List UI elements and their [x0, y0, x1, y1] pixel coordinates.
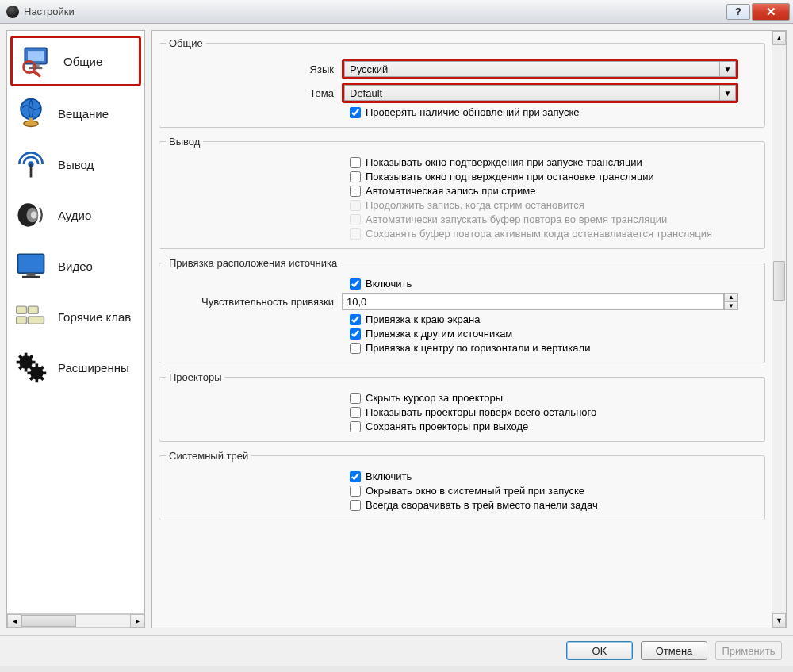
- section-output: Вывод Показывать окно подтверждения при …: [159, 136, 765, 249]
- globe-icon: [12, 94, 50, 132]
- sidebar-h-scrollbar[interactable]: ◂ ▸: [7, 613, 144, 628]
- tray-always-minimize-checkbox[interactable]: [350, 500, 361, 511]
- checkbox-label: Окрывать окно в системный трей при запус…: [366, 485, 584, 497]
- sidebar-item-general[interactable]: Общие: [10, 36, 141, 86]
- checkbox-label: Привязка к краю экрана: [366, 313, 480, 325]
- section-legend: Вывод: [166, 136, 203, 148]
- theme-select[interactable]: Default ▼: [342, 83, 738, 103]
- speaker-icon: [12, 196, 50, 234]
- content-v-scrollbar[interactable]: ▲ ▼: [772, 31, 786, 628]
- sidebar-item-label: Видео: [58, 259, 93, 273]
- continue-record-checkbox: [350, 200, 361, 211]
- section-legend: Проекторы: [166, 371, 224, 383]
- sensitivity-label: Чувствительность привязки: [166, 296, 342, 308]
- sensitivity-spinner[interactable]: ▲ ▼: [342, 293, 738, 310]
- projectors-always-top-checkbox[interactable]: [350, 407, 361, 418]
- confirm-stop-checkbox[interactable]: [350, 171, 361, 182]
- window-title: Настройки: [24, 6, 75, 17]
- svg-rect-19: [17, 317, 27, 324]
- checkbox-label: Сохранять буфер повтора активным когда о…: [366, 228, 712, 240]
- svg-rect-16: [22, 276, 40, 278]
- snap-sources-checkbox[interactable]: [350, 328, 361, 340]
- confirm-start-checkbox[interactable]: [350, 157, 361, 168]
- checkbox-label: Привязка к другим источникам: [366, 328, 512, 340]
- close-button[interactable]: ✕: [752, 3, 790, 21]
- chevron-down-icon: ▼: [720, 61, 736, 77]
- section-tray: Системный трей Включить Окрывать окно в …: [159, 450, 765, 520]
- theme-label: Тема: [166, 87, 342, 99]
- checkbox-label: Продолжить запись, когда стрим остановит…: [366, 199, 584, 211]
- sidebar-item-label: Горячие клав: [58, 310, 131, 324]
- svg-line-5: [33, 71, 39, 76]
- gears-icon: [12, 348, 50, 386]
- scroll-left-icon[interactable]: ◂: [7, 614, 21, 628]
- sidebar-item-stream[interactable]: Вещание: [7, 88, 144, 139]
- checkbox-label: Привязка к центру по горизонтали и верти…: [366, 342, 590, 354]
- tray-start-minimized-checkbox[interactable]: [350, 486, 361, 497]
- checkbox-label: Автоматическая запись при стриме: [366, 185, 535, 197]
- language-label: Язык: [166, 63, 342, 75]
- sidebar-item-label: Вывод: [58, 158, 94, 171]
- checkbox-label: Показывать окно подтверждения при остано…: [366, 171, 654, 182]
- sidebar-item-output[interactable]: Вывод: [7, 139, 144, 190]
- tray-enable-checkbox[interactable]: [350, 471, 361, 482]
- checkbox-label: Автоматически запускать буфер повтора во…: [366, 213, 667, 225]
- spin-down-icon[interactable]: ▼: [724, 301, 738, 310]
- svg-rect-18: [28, 306, 38, 313]
- apply-button: Применить: [715, 641, 782, 660]
- auto-replay-buffer-checkbox: [350, 214, 361, 225]
- checkbox-label: Включить: [366, 470, 412, 482]
- sidebar-item-advanced[interactable]: Расширенны: [7, 342, 144, 393]
- sidebar-item-label: Общие: [63, 55, 102, 68]
- snap-edge-checkbox[interactable]: [350, 314, 361, 325]
- section-legend: Привязка расположения источника: [166, 257, 340, 269]
- app-icon: [6, 6, 19, 18]
- svg-rect-20: [28, 317, 44, 324]
- cancel-button[interactable]: Отмена: [641, 641, 707, 660]
- svg-rect-8: [29, 118, 33, 124]
- checkbox-label: Всегда сворачивать в трей вместо панели …: [366, 499, 598, 511]
- auto-record-checkbox[interactable]: [350, 186, 361, 197]
- svg-rect-1: [28, 51, 44, 61]
- svg-rect-14: [18, 254, 44, 273]
- sidebar: Общие Вещание Вывод Аудио: [6, 30, 145, 628]
- monitor-magnifier-icon: [17, 42, 56, 80]
- spin-up-icon[interactable]: ▲: [724, 293, 738, 301]
- settings-content: Общие Язык Русский ▼ Тема Default: [151, 30, 787, 628]
- sidebar-item-label: Расширенны: [58, 361, 129, 374]
- sensitivity-input[interactable]: [342, 293, 724, 310]
- check-updates-checkbox[interactable]: [350, 107, 361, 118]
- scroll-right-icon[interactable]: ▸: [130, 614, 144, 628]
- dialog-footer: OK Отмена Применить: [0, 635, 793, 666]
- display-icon: [12, 247, 50, 285]
- snapping-enable-checkbox[interactable]: [350, 278, 361, 290]
- section-legend: Системный трей: [166, 450, 251, 462]
- titlebar: Настройки ? ✕: [0, 0, 793, 24]
- sidebar-item-video[interactable]: Видео: [7, 240, 144, 291]
- save-projectors-checkbox[interactable]: [350, 421, 361, 432]
- checkbox-label: Включить: [366, 278, 412, 290]
- sidebar-item-label: Аудио: [58, 209, 91, 222]
- chevron-down-icon: ▼: [720, 85, 736, 101]
- section-legend: Общие: [166, 37, 206, 49]
- checkbox-label: Скрыть курсор за проекторы: [366, 392, 503, 404]
- scroll-down-icon[interactable]: ▼: [772, 613, 786, 628]
- snap-center-checkbox[interactable]: [350, 343, 361, 354]
- svg-point-13: [31, 211, 36, 218]
- svg-rect-15: [27, 273, 36, 276]
- ok-button[interactable]: OK: [566, 641, 633, 660]
- antenna-icon: [12, 145, 50, 183]
- keyboard-icon: [12, 298, 50, 336]
- checkbox-label: Сохранять проекторы при выходе: [366, 420, 528, 432]
- section-projectors: Проекторы Скрыть курсор за проекторы Пок…: [159, 371, 765, 442]
- section-general: Общие Язык Русский ▼ Тема Default: [159, 37, 765, 128]
- sidebar-item-audio[interactable]: Аудио: [7, 190, 144, 240]
- check-updates-row: Проверять наличие обновлений при запуске: [350, 106, 758, 118]
- hide-cursor-checkbox[interactable]: [350, 393, 361, 404]
- language-select[interactable]: Русский ▼: [342, 59, 738, 79]
- svg-rect-17: [17, 306, 27, 313]
- scroll-up-icon[interactable]: ▲: [772, 31, 786, 45]
- sidebar-item-label: Вещание: [58, 107, 109, 121]
- help-button[interactable]: ?: [726, 4, 750, 20]
- sidebar-item-hotkeys[interactable]: Горячие клав: [7, 291, 144, 342]
